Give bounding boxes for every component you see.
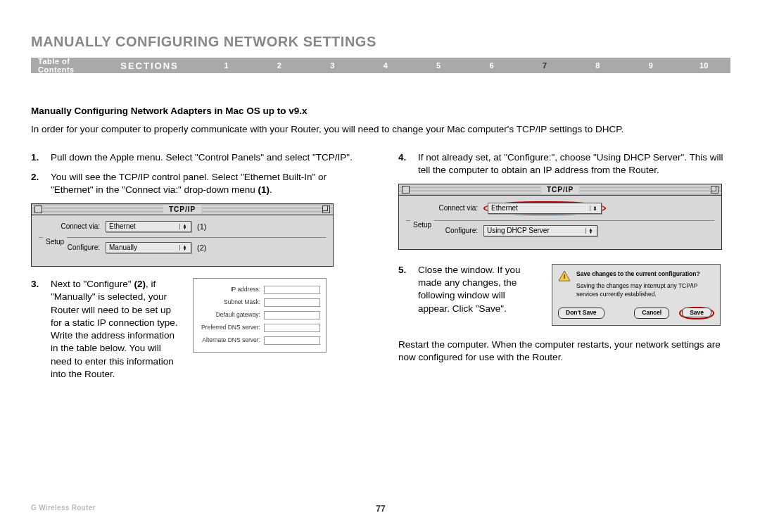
step-3-text: Next to "Configure" (2), if "Manually" i…: [51, 278, 179, 381]
tcpip-title: TCP/IP: [163, 205, 201, 215]
step-3-text-a: Next to "Configure": [51, 279, 134, 289]
connect-via-row: Connect via: Ethernet ▲▼ (1): [39, 221, 326, 232]
step-2-text-c: .: [270, 184, 272, 195]
dont-save-button[interactable]: Don't Save: [558, 308, 604, 318]
preferred-dns-field[interactable]: [264, 324, 320, 332]
configure-row: Configure: Manually ▲▼ (2): [39, 242, 326, 253]
sections-label: SECTIONS: [120, 61, 178, 71]
figure-tcpip-right: TCP/IP Connect via: Ethernet ▲▼: [398, 184, 722, 250]
select-arrows-icon: ▲▼: [179, 224, 188, 229]
ip-address-label: IP address:: [199, 286, 264, 293]
annotation-2: (2): [197, 243, 206, 253]
alternate-dns-label: Alternate DNS server:: [199, 336, 264, 344]
zoom-box-icon[interactable]: [322, 205, 330, 213]
figure-tcpip-left: TCP/IP Connect via: Ethernet ▲▼ (1): [31, 203, 334, 267]
connect-via-select-right[interactable]: Ethernet ▲▼: [488, 203, 602, 214]
setup-legend: Setup: [43, 237, 67, 247]
svg-text:!: !: [564, 273, 566, 280]
close-box-icon[interactable]: [34, 205, 42, 213]
tcpip-window-left: TCP/IP Connect via: Ethernet ▲▼ (1): [31, 203, 334, 267]
step-3: 3. Next to "Configure" (2), if "Manually…: [31, 278, 179, 381]
footer-product-name: G Wireless Router: [31, 504, 96, 512]
select-arrows-icon: ▲▼: [590, 205, 598, 211]
select-arrows-icon: ▲▼: [585, 228, 594, 234]
tcpip-window-right: TCP/IP Connect via: Ethernet ▲▼: [398, 184, 722, 250]
alternate-dns-field[interactable]: [264, 336, 320, 345]
step-5-text: Close the window. If you made any change…: [418, 264, 539, 315]
section-link-8[interactable]: 8: [571, 61, 624, 70]
step-4-text: If not already set, at "Configure:", cho…: [418, 151, 730, 177]
annotation-1: (1): [197, 222, 206, 232]
ip-address-table: IP address: Subnet Mask: Default gateway…: [193, 278, 327, 353]
section-link-1[interactable]: 1: [200, 61, 253, 70]
section-link-10[interactable]: 10: [678, 61, 730, 70]
subheading: Manually Configuring Network Adapters in…: [31, 106, 730, 116]
default-gateway-label: Default gateway:: [199, 311, 264, 319]
restart-note: Restart the computer. When the computer …: [398, 338, 730, 364]
connect-via-label-right: Connect via:: [406, 203, 483, 213]
warning-icon: !: [558, 270, 571, 281]
connect-via-row-right: Connect via: Ethernet ▲▼: [406, 201, 714, 215]
connect-via-value: Ethernet: [109, 222, 179, 232]
section-link-9[interactable]: 9: [624, 61, 677, 70]
step-1-number: 1.: [31, 151, 51, 164]
section-link-7[interactable]: 7: [518, 61, 571, 70]
configure-value: Manually: [109, 243, 179, 253]
dialog-submessage: Saving the changes may interrupt any TCP…: [576, 282, 714, 298]
step-5-number: 5.: [398, 264, 418, 315]
setup-legend-right: Setup: [410, 220, 434, 230]
step-3-number: 3.: [31, 278, 51, 381]
step-4-number: 4.: [398, 151, 418, 177]
preferred-dns-label: Preferred DNS server:: [199, 324, 264, 331]
step-2-number: 2.: [31, 171, 51, 196]
save-button[interactable]: Save: [682, 308, 711, 317]
tcpip-titlebar-right: TCP/IP: [399, 184, 721, 196]
left-column: 1. Pull down the Apple menu. Select "Con…: [31, 151, 363, 388]
select-arrows-icon: ▲▼: [179, 245, 188, 251]
step-2-text-b: (1): [258, 184, 270, 195]
page-title: MANUALLY CONFIGURING NETWORK SETTINGS: [31, 34, 376, 50]
toc-link[interactable]: Table of Contents: [31, 57, 120, 74]
step-2-text: You will see the TCP/IP control panel. S…: [51, 171, 363, 196]
step-2-text-a: You will see the TCP/IP control panel. S…: [51, 172, 327, 195]
step-1-text: Pull down the Apple menu. Select "Contro…: [51, 151, 363, 164]
connect-via-value-right: Ethernet: [491, 203, 590, 213]
zoom-box-icon[interactable]: [711, 186, 718, 194]
configure-row-right: Configure: Using DHCP Server ▲▼: [406, 225, 714, 236]
sections-nav-bar: Table of Contents SECTIONS 1 2 3 4 5 6 7…: [31, 58, 730, 73]
ip-address-field[interactable]: [264, 286, 320, 294]
configure-value-right: Using DHCP Server: [487, 226, 585, 236]
save-changes-dialog: ! Save changes to the current configurat…: [552, 264, 721, 326]
step-5: 5. Close the window. If you made any cha…: [398, 264, 539, 315]
section-link-2[interactable]: 2: [253, 61, 305, 70]
step-1: 1. Pull down the Apple menu. Select "Con…: [31, 151, 363, 164]
subnet-mask-label: Subnet Mask:: [199, 298, 264, 306]
step-3-text-b: (2): [134, 279, 146, 289]
step-3-text-c: , if "Manually" is selected, your Router…: [51, 279, 178, 379]
step-4: 4. If not already set, at "Configure:", …: [398, 151, 730, 177]
section-link-3[interactable]: 3: [306, 61, 359, 70]
connect-via-label: Connect via:: [39, 222, 106, 232]
section-link-6[interactable]: 6: [465, 61, 518, 70]
content-area: Manually Configuring Network Adapters in…: [31, 106, 730, 388]
subnet-mask-field[interactable]: [264, 298, 320, 307]
page-number: 77: [376, 504, 385, 514]
configure-select[interactable]: Manually ▲▼: [106, 242, 191, 253]
intro-paragraph: In order for your computer to properly c…: [31, 123, 730, 136]
close-box-icon[interactable]: [402, 186, 410, 194]
save-highlight-oval: Save: [679, 307, 714, 319]
configure-select-right[interactable]: Using DHCP Server ▲▼: [483, 225, 597, 236]
tcpip-title-right: TCP/IP: [541, 185, 579, 195]
tcpip-titlebar: TCP/IP: [32, 204, 333, 215]
right-column: 4. If not already set, at "Configure:", …: [398, 151, 730, 388]
default-gateway-field[interactable]: [264, 311, 320, 319]
cancel-button[interactable]: Cancel: [634, 308, 669, 318]
step-2: 2. You will see the TCP/IP control panel…: [31, 171, 363, 196]
ethernet-highlight-oval: Ethernet ▲▼: [483, 201, 606, 215]
section-link-5[interactable]: 5: [412, 61, 464, 70]
section-link-4[interactable]: 4: [359, 61, 412, 70]
page-footer: G Wireless Router 77: [31, 504, 730, 514]
dialog-message: Save changes to the current configuratio…: [576, 270, 714, 278]
connect-via-select[interactable]: Ethernet ▲▼: [106, 221, 191, 232]
